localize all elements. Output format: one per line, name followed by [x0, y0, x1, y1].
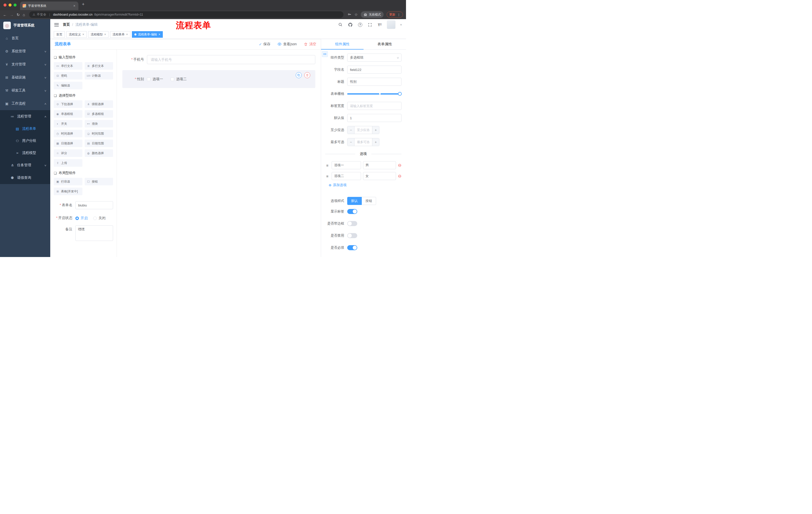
style-button-button[interactable]: 按钮 [362, 197, 376, 205]
palette-item-date-picker[interactable]: ▦日期选择 [54, 140, 82, 147]
sidebar-item-infrastructure[interactable]: ⊞ 基础设施 ∨ [0, 71, 50, 84]
window-zoom-button[interactable] [13, 3, 17, 6]
link-icon[interactable] [322, 51, 328, 57]
show-label-toggle[interactable] [347, 209, 357, 214]
required-toggle[interactable] [347, 245, 357, 250]
palette-item-time-range[interactable]: ◶时间范围 [85, 130, 113, 137]
help-icon[interactable]: ? [357, 22, 362, 27]
gender-option-2[interactable]: 选项二 [171, 77, 187, 81]
search-icon[interactable] [338, 22, 343, 27]
browser-tab[interactable]: 芋道管理系统 × [20, 1, 78, 10]
avatar[interactable] [387, 20, 396, 29]
browser-update-button[interactable]: 更新 ⋮ [387, 11, 403, 18]
palette-item-color-picker[interactable]: ◍颜色选择 [85, 150, 113, 157]
palette-item-slider[interactable]: ⊷滑块 [85, 120, 113, 128]
phone-input[interactable] [147, 55, 315, 64]
tab-form-props[interactable]: 表单属性 [364, 39, 406, 49]
sidebar-item-user-group[interactable]: ⚇ 用户分组 [0, 135, 50, 147]
border-toggle[interactable] [347, 221, 357, 226]
home-icon[interactable]: ⌂ [23, 13, 25, 17]
reload-icon[interactable]: ↻ [17, 13, 20, 17]
back-icon[interactable]: ← [3, 13, 7, 17]
breadcrumb-home[interactable]: 首页 [63, 22, 70, 27]
sidebar-item-workflow[interactable]: ▣ 工作流程 ∧ [0, 97, 50, 110]
checkbox-unchecked-icon[interactable] [171, 77, 174, 81]
palette-item-upload[interactable]: ⇪上传 [54, 159, 82, 167]
forward-icon[interactable]: → [10, 13, 13, 17]
bookmark-star-icon[interactable]: ☆ [354, 12, 358, 17]
tag-home[interactable]: 首页 [54, 31, 65, 38]
option-label-input[interactable] [331, 161, 361, 169]
url-omnibox[interactable]: ⚠ 不安全 | dashboard.yudao.iocoder.cn/bpm/m… [29, 11, 343, 18]
avatar-caret-icon[interactable]: ∨ [400, 23, 403, 26]
disabled-toggle[interactable] [347, 233, 357, 238]
label-width-input[interactable] [347, 102, 402, 110]
palette-item-rate[interactable]: ☆评分 [54, 150, 82, 157]
palette-item-select[interactable]: ⊙下拉选择 [54, 100, 82, 108]
delete-component-button[interactable] [304, 72, 310, 78]
palette-item-password[interactable]: ⊡密码 [54, 72, 82, 79]
status-radio-on[interactable]: 开启 [76, 216, 88, 220]
decrease-button[interactable]: − [347, 138, 354, 146]
sidebar-item-process-management[interactable]: ≔ 流程管理 ∧ [0, 110, 50, 123]
option-value-input[interactable] [363, 161, 396, 169]
new-tab-button[interactable]: + [82, 2, 85, 7]
increase-button[interactable]: + [372, 126, 379, 134]
tag-process-form[interactable]: 流程表单 × [110, 31, 130, 38]
grid-slider[interactable] [347, 90, 402, 98]
font-size-icon[interactable]: TT [377, 22, 382, 27]
hamburger-icon[interactable] [54, 23, 59, 26]
option-label-input[interactable] [331, 172, 361, 180]
browser-menu-icon[interactable]: ⋮ [397, 13, 401, 17]
palette-item-switch[interactable]: ◐开关 [54, 120, 82, 128]
remove-option-icon[interactable]: ⊖ [398, 174, 402, 178]
remove-option-icon[interactable]: ⊖ [398, 163, 402, 167]
palette-item-editor[interactable]: ✎编辑器 [54, 82, 82, 89]
incognito-badge[interactable]: 无痕模式 [361, 11, 384, 18]
tag-process-definition[interactable]: 流程定义 × [66, 31, 87, 38]
default-value-input[interactable] [347, 114, 402, 122]
drag-handle-icon[interactable]: ≡ [325, 163, 330, 167]
tab-close-icon[interactable]: × [73, 4, 76, 8]
palette-item-radio-group[interactable]: ◉单选框组 [54, 110, 82, 118]
gender-option-1[interactable]: 选项一 [147, 77, 163, 81]
option-value-input[interactable] [363, 172, 396, 180]
sidebar-item-system[interactable]: ⚙ 系统管理 ∨ [0, 45, 50, 58]
view-json-button[interactable]: 查看json [278, 42, 297, 47]
decrease-button[interactable]: − [347, 126, 354, 134]
palette-item-counter[interactable]: 123计数器 [85, 72, 113, 79]
key-icon[interactable] [347, 12, 351, 17]
tag-close-icon[interactable]: × [104, 33, 106, 36]
palette-item-date-range[interactable]: ▤日期范围 [85, 140, 113, 147]
checkbox-unchecked-icon[interactable] [147, 77, 150, 81]
form-remark-textarea[interactable]: 嘿嘿 [76, 225, 113, 241]
canvas-field-phone[interactable]: *手机号 [122, 55, 315, 64]
component-type-select[interactable]: 多选框组 ∨ [347, 54, 402, 62]
palette-item-cascader[interactable]: ⋔级联选择 [85, 100, 113, 108]
drag-handle-icon[interactable]: ≡ [325, 174, 330, 178]
slider-handle[interactable] [398, 92, 402, 96]
security-label[interactable]: 不安全 [37, 12, 46, 17]
tag-close-icon[interactable]: × [158, 33, 160, 36]
sidebar-item-home[interactable]: ⌂ 首页 [0, 32, 50, 45]
sidebar-item-process-form[interactable]: ▤ 流程表单 [0, 123, 50, 135]
sidebar-item-process-model[interactable]: ➢ 流程模型 [0, 147, 50, 159]
canvas-field-gender-selected[interactable]: *性别 选项一 选项二 [122, 70, 315, 88]
slider-track[interactable] [347, 93, 402, 94]
github-icon[interactable] [348, 22, 353, 27]
palette-item-checkbox-group[interactable]: ☑多选框组 [85, 110, 113, 118]
sidebar-item-leave-query[interactable]: ⚉ 请假查询 [0, 171, 50, 184]
window-close-button[interactable] [3, 3, 6, 6]
palette-item-single-text[interactable]: ▭单行文本 [54, 62, 82, 70]
palette-item-time-picker[interactable]: ◷时间选择 [54, 130, 82, 137]
save-button[interactable]: ✓ 保存 [259, 42, 270, 47]
palette-item-row-container[interactable]: ▣行容器 [54, 178, 82, 185]
tag-process-form-edit[interactable]: 流程表单-编辑 × [132, 31, 163, 38]
sidebar-item-devtools[interactable]: ⚒ 研发工具 ∨ [0, 84, 50, 97]
copy-component-button[interactable] [296, 72, 302, 78]
palette-item-multi-text[interactable]: ≣多行文本 [85, 62, 113, 70]
form-canvas[interactable]: *手机号 [117, 50, 321, 257]
form-name-input[interactable] [76, 201, 113, 209]
tab-component-props[interactable]: 组件属性 [321, 39, 364, 49]
field-name-input[interactable] [347, 65, 402, 74]
